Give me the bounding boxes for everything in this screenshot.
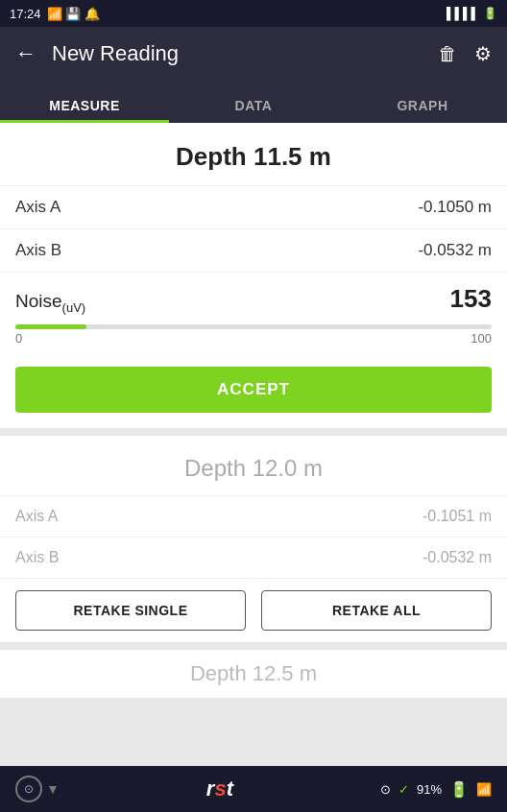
bottom-bar-chevron-icon[interactable]: ▼: [46, 781, 60, 797]
axis-b-label-1: Axis B: [15, 241, 61, 260]
check-mark: ✓: [398, 782, 409, 797]
battery-status-icon: 🔋: [483, 7, 497, 20]
depth-header-3: Depth 12.5 m: [0, 661, 507, 694]
progress-container: 0 100: [0, 324, 507, 359]
bottom-bar-logo: rst: [206, 776, 233, 801]
axis-b-row-2: Axis B -0.0532 m: [0, 537, 507, 578]
axis-b-label-2: Axis B: [15, 549, 59, 566]
app-bar: ← New Reading 🗑 ⚙: [0, 27, 507, 81]
retake-single-button[interactable]: RETAKE SINGLE: [15, 590, 246, 631]
signal-bars-icon: 📶: [476, 782, 492, 797]
axis-b-row-1: Axis B -0.0532 m: [0, 228, 507, 272]
bottom-bar-left: ⊙ ▼: [15, 776, 60, 802]
logo-text: rst: [206, 776, 233, 800]
battery-percentage: 91%: [417, 782, 442, 797]
tab-data[interactable]: DATA: [169, 98, 338, 123]
delete-button[interactable]: 🗑: [438, 43, 457, 65]
main-content: Depth 11.5 m Axis A -0.1050 m Axis B -0.…: [0, 123, 507, 766]
axis-a-value-2: -0.1051 m: [422, 508, 492, 525]
signal-icon: ▌▌▌▌: [447, 7, 479, 20]
card-depth-1: Depth 11.5 m Axis A -0.1050 m Axis B -0.…: [0, 123, 507, 428]
status-time: 17:24: [10, 7, 41, 21]
axis-a-label-1: Axis A: [15, 198, 60, 217]
status-bar: 17:24 📶 💾 🔔 ▌▌▌▌ 🔋: [0, 0, 507, 27]
noise-label: Noise(uV): [15, 291, 85, 315]
status-icons: 📶 💾 🔔: [47, 7, 100, 21]
axis-b-value-1: -0.0532 m: [418, 241, 492, 260]
noise-value: 153: [450, 284, 492, 314]
progress-max: 100: [471, 331, 492, 346]
settings-button[interactable]: ⚙: [474, 42, 492, 65]
bottom-bar-right: ⊙ ✓ 91% 🔋 📶: [380, 780, 492, 799]
card-depth-3: Depth 12.5 m: [0, 650, 507, 698]
tab-measure[interactable]: MEASURE: [0, 98, 169, 123]
axis-a-value-1: -0.1050 m: [418, 198, 492, 217]
progress-labels: 0 100: [15, 329, 492, 355]
noise-row: Noise(uV) 153: [0, 272, 507, 324]
circle-left-button[interactable]: ⊙: [15, 776, 42, 802]
page-title: New Reading: [52, 41, 438, 66]
axis-a-row-1: Axis A -0.1050 m: [0, 185, 507, 228]
retake-buttons: RETAKE SINGLE RETAKE ALL: [0, 578, 507, 642]
bottom-bar: ⊙ ▼ rst ⊙ ✓ 91% 🔋 📶: [0, 766, 507, 812]
tab-graph[interactable]: GRAPH: [338, 98, 507, 123]
axis-a-row-2: Axis A -0.1051 m: [0, 495, 507, 537]
battery-icon: 🔋: [449, 780, 469, 799]
progress-bar-bg: [15, 324, 492, 329]
axis-b-value-2: -0.0532 m: [422, 549, 492, 566]
back-button[interactable]: ←: [15, 41, 36, 66]
noise-label-row: Noise(uV) 153: [15, 284, 492, 315]
app-bar-icons: 🗑 ⚙: [438, 42, 492, 65]
tabs-bar: MEASURE DATA GRAPH: [0, 81, 507, 123]
axis-a-label-2: Axis A: [15, 508, 58, 525]
progress-min: 0: [15, 331, 22, 346]
progress-bar-fill: [15, 324, 86, 329]
retake-all-button[interactable]: RETAKE ALL: [261, 590, 492, 631]
status-bar-right: ▌▌▌▌ 🔋: [447, 7, 497, 20]
card-depth-2: Depth 12.0 m Axis A -0.1051 m Axis B -0.…: [0, 436, 507, 642]
check-icon: ⊙: [380, 782, 391, 797]
accept-button[interactable]: ACCEPT: [15, 367, 492, 413]
status-bar-left: 17:24 📶 💾 🔔: [10, 7, 100, 21]
depth-header-1: Depth 11.5 m: [0, 123, 507, 185]
depth-header-2: Depth 12.0 m: [0, 436, 507, 495]
